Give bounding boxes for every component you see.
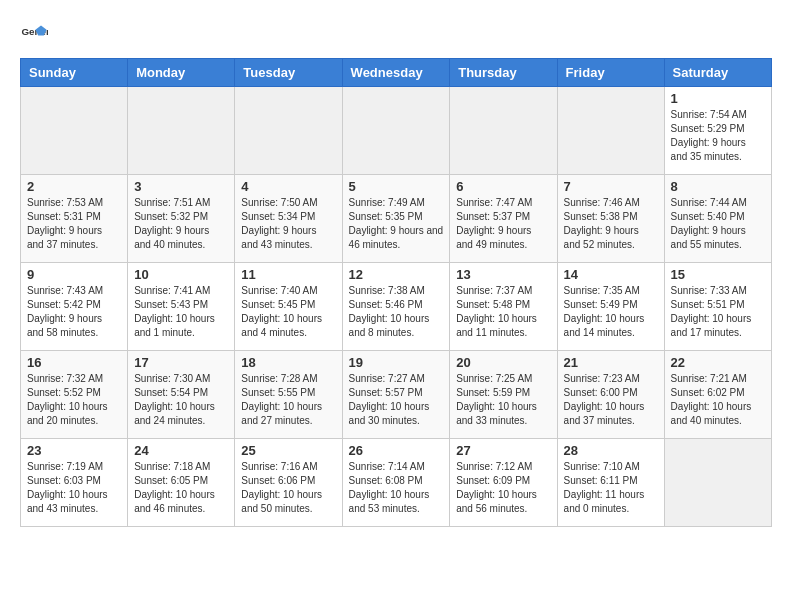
calendar-cell [664,439,771,527]
calendar-cell: 3Sunrise: 7:51 AM Sunset: 5:32 PM Daylig… [128,175,235,263]
calendar-week-row: 9Sunrise: 7:43 AM Sunset: 5:42 PM Daylig… [21,263,772,351]
day-info: Sunrise: 7:41 AM Sunset: 5:43 PM Dayligh… [134,284,228,340]
weekday-header-wednesday: Wednesday [342,59,450,87]
calendar-cell: 14Sunrise: 7:35 AM Sunset: 5:49 PM Dayli… [557,263,664,351]
day-info: Sunrise: 7:33 AM Sunset: 5:51 PM Dayligh… [671,284,765,340]
calendar-cell: 23Sunrise: 7:19 AM Sunset: 6:03 PM Dayli… [21,439,128,527]
calendar-cell [450,87,557,175]
day-number: 15 [671,267,765,282]
day-info: Sunrise: 7:32 AM Sunset: 5:52 PM Dayligh… [27,372,121,428]
calendar-cell: 11Sunrise: 7:40 AM Sunset: 5:45 PM Dayli… [235,263,342,351]
day-number: 23 [27,443,121,458]
day-info: Sunrise: 7:38 AM Sunset: 5:46 PM Dayligh… [349,284,444,340]
calendar-week-row: 16Sunrise: 7:32 AM Sunset: 5:52 PM Dayli… [21,351,772,439]
day-info: Sunrise: 7:47 AM Sunset: 5:37 PM Dayligh… [456,196,550,252]
day-info: Sunrise: 7:28 AM Sunset: 5:55 PM Dayligh… [241,372,335,428]
calendar-cell [342,87,450,175]
day-number: 24 [134,443,228,458]
weekday-header-sunday: Sunday [21,59,128,87]
day-info: Sunrise: 7:25 AM Sunset: 5:59 PM Dayligh… [456,372,550,428]
page-header: General [20,20,772,48]
day-info: Sunrise: 7:10 AM Sunset: 6:11 PM Dayligh… [564,460,658,516]
calendar-cell: 20Sunrise: 7:25 AM Sunset: 5:59 PM Dayli… [450,351,557,439]
weekday-header-thursday: Thursday [450,59,557,87]
day-info: Sunrise: 7:51 AM Sunset: 5:32 PM Dayligh… [134,196,228,252]
calendar-cell: 10Sunrise: 7:41 AM Sunset: 5:43 PM Dayli… [128,263,235,351]
calendar-cell: 6Sunrise: 7:47 AM Sunset: 5:37 PM Daylig… [450,175,557,263]
day-number: 12 [349,267,444,282]
day-number: 17 [134,355,228,370]
calendar-cell: 19Sunrise: 7:27 AM Sunset: 5:57 PM Dayli… [342,351,450,439]
day-number: 21 [564,355,658,370]
calendar-cell [128,87,235,175]
day-number: 5 [349,179,444,194]
day-info: Sunrise: 7:27 AM Sunset: 5:57 PM Dayligh… [349,372,444,428]
day-number: 20 [456,355,550,370]
day-number: 3 [134,179,228,194]
day-number: 22 [671,355,765,370]
day-number: 25 [241,443,335,458]
weekday-header-saturday: Saturday [664,59,771,87]
day-number: 14 [564,267,658,282]
calendar-cell: 21Sunrise: 7:23 AM Sunset: 6:00 PM Dayli… [557,351,664,439]
weekday-header-friday: Friday [557,59,664,87]
weekday-header-monday: Monday [128,59,235,87]
day-info: Sunrise: 7:50 AM Sunset: 5:34 PM Dayligh… [241,196,335,252]
day-info: Sunrise: 7:37 AM Sunset: 5:48 PM Dayligh… [456,284,550,340]
day-info: Sunrise: 7:46 AM Sunset: 5:38 PM Dayligh… [564,196,658,252]
day-number: 2 [27,179,121,194]
day-info: Sunrise: 7:44 AM Sunset: 5:40 PM Dayligh… [671,196,765,252]
day-info: Sunrise: 7:30 AM Sunset: 5:54 PM Dayligh… [134,372,228,428]
day-number: 1 [671,91,765,106]
calendar-cell: 24Sunrise: 7:18 AM Sunset: 6:05 PM Dayli… [128,439,235,527]
day-number: 10 [134,267,228,282]
day-number: 27 [456,443,550,458]
day-info: Sunrise: 7:35 AM Sunset: 5:49 PM Dayligh… [564,284,658,340]
calendar-cell: 27Sunrise: 7:12 AM Sunset: 6:09 PM Dayli… [450,439,557,527]
day-number: 11 [241,267,335,282]
calendar-cell: 1Sunrise: 7:54 AM Sunset: 5:29 PM Daylig… [664,87,771,175]
day-info: Sunrise: 7:19 AM Sunset: 6:03 PM Dayligh… [27,460,121,516]
calendar-cell: 5Sunrise: 7:49 AM Sunset: 5:35 PM Daylig… [342,175,450,263]
calendar-cell: 4Sunrise: 7:50 AM Sunset: 5:34 PM Daylig… [235,175,342,263]
calendar-cell: 26Sunrise: 7:14 AM Sunset: 6:08 PM Dayli… [342,439,450,527]
calendar-cell [21,87,128,175]
calendar-cell: 15Sunrise: 7:33 AM Sunset: 5:51 PM Dayli… [664,263,771,351]
calendar-header-row: SundayMondayTuesdayWednesdayThursdayFrid… [21,59,772,87]
day-info: Sunrise: 7:14 AM Sunset: 6:08 PM Dayligh… [349,460,444,516]
calendar-cell: 28Sunrise: 7:10 AM Sunset: 6:11 PM Dayli… [557,439,664,527]
day-info: Sunrise: 7:23 AM Sunset: 6:00 PM Dayligh… [564,372,658,428]
calendar-cell: 16Sunrise: 7:32 AM Sunset: 5:52 PM Dayli… [21,351,128,439]
calendar-cell: 7Sunrise: 7:46 AM Sunset: 5:38 PM Daylig… [557,175,664,263]
day-info: Sunrise: 7:21 AM Sunset: 6:02 PM Dayligh… [671,372,765,428]
calendar-cell: 9Sunrise: 7:43 AM Sunset: 5:42 PM Daylig… [21,263,128,351]
calendar-week-row: 2Sunrise: 7:53 AM Sunset: 5:31 PM Daylig… [21,175,772,263]
day-info: Sunrise: 7:12 AM Sunset: 6:09 PM Dayligh… [456,460,550,516]
day-number: 26 [349,443,444,458]
calendar-cell: 8Sunrise: 7:44 AM Sunset: 5:40 PM Daylig… [664,175,771,263]
day-info: Sunrise: 7:54 AM Sunset: 5:29 PM Dayligh… [671,108,765,164]
day-number: 16 [27,355,121,370]
calendar-week-row: 1Sunrise: 7:54 AM Sunset: 5:29 PM Daylig… [21,87,772,175]
day-number: 4 [241,179,335,194]
calendar-cell: 12Sunrise: 7:38 AM Sunset: 5:46 PM Dayli… [342,263,450,351]
logo-icon: General [20,20,48,48]
calendar-cell: 18Sunrise: 7:28 AM Sunset: 5:55 PM Dayli… [235,351,342,439]
day-number: 8 [671,179,765,194]
day-number: 28 [564,443,658,458]
day-info: Sunrise: 7:53 AM Sunset: 5:31 PM Dayligh… [27,196,121,252]
calendar-week-row: 23Sunrise: 7:19 AM Sunset: 6:03 PM Dayli… [21,439,772,527]
calendar-cell [557,87,664,175]
day-info: Sunrise: 7:49 AM Sunset: 5:35 PM Dayligh… [349,196,444,252]
calendar-cell: 2Sunrise: 7:53 AM Sunset: 5:31 PM Daylig… [21,175,128,263]
day-number: 7 [564,179,658,194]
calendar-cell: 22Sunrise: 7:21 AM Sunset: 6:02 PM Dayli… [664,351,771,439]
day-info: Sunrise: 7:18 AM Sunset: 6:05 PM Dayligh… [134,460,228,516]
calendar-cell: 25Sunrise: 7:16 AM Sunset: 6:06 PM Dayli… [235,439,342,527]
day-info: Sunrise: 7:16 AM Sunset: 6:06 PM Dayligh… [241,460,335,516]
day-number: 9 [27,267,121,282]
day-number: 19 [349,355,444,370]
day-info: Sunrise: 7:40 AM Sunset: 5:45 PM Dayligh… [241,284,335,340]
day-number: 6 [456,179,550,194]
day-number: 18 [241,355,335,370]
